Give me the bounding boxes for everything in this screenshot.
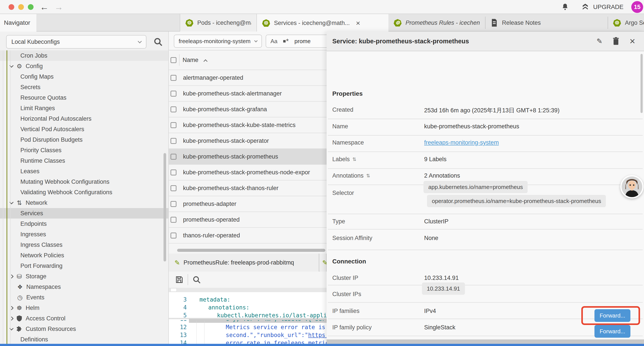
sidebar-item-horizontal-pod-autoscalers[interactable]: Horizontal Pod Autoscalers xyxy=(0,113,168,124)
table-row-selected[interactable]: kube-prometheus-stack-prometheus xyxy=(169,149,326,165)
drawer-scrollbar[interactable] xyxy=(640,54,643,113)
sidebar-item-services[interactable]: Services xyxy=(0,208,168,219)
row-checkbox[interactable] xyxy=(170,169,176,175)
row-checkbox[interactable] xyxy=(170,106,176,112)
user-avatar[interactable] xyxy=(620,175,644,198)
table-row[interactable]: kube-prometheus-stack-grafana xyxy=(169,102,326,117)
row-checkbox[interactable] xyxy=(170,201,176,207)
sidebar-item-port-forwarding[interactable]: Port Forwarding xyxy=(0,261,168,271)
close-tab-icon[interactable]: × xyxy=(356,20,360,26)
match-case-toggle[interactable]: Aa xyxy=(270,38,278,45)
sidebar-group-storage[interactable]: ⛁ Storage xyxy=(0,271,168,282)
editor-tab-next[interactable]: ✎ xyxy=(320,254,326,272)
sidebar-item-limit-ranges[interactable]: Limit Ranges xyxy=(0,103,168,113)
close-drawer-icon[interactable]: × xyxy=(630,37,635,45)
sidebar-item-cron-jobs[interactable]: Cron Jobs xyxy=(0,50,168,61)
navigator-panel-tab[interactable]: Navigator xyxy=(0,14,36,31)
row-checkbox[interactable] xyxy=(170,138,176,144)
delete-trash-icon[interactable] xyxy=(612,37,620,45)
code-link[interactable]: https://net xyxy=(308,332,326,338)
notification-count-badge[interactable]: 15 xyxy=(631,1,643,13)
ip-families-value: IPv4 xyxy=(424,308,436,315)
upgrade-button[interactable]: UPGRADE xyxy=(580,3,624,11)
tab-prometheus-rules[interactable]: ☸ Prometheus Rules - icecheng... xyxy=(388,14,485,31)
back-icon[interactable]: ← xyxy=(40,2,49,12)
sidebar-item-secrets[interactable]: Secrets xyxy=(0,82,168,92)
editor-search-icon[interactable] xyxy=(192,275,201,284)
sidebar-item-events[interactable]: ◷ Events xyxy=(0,292,168,303)
kubeconfig-selector[interactable]: Local Kubeconfigs xyxy=(6,35,146,49)
save-icon[interactable] xyxy=(175,275,184,284)
search-query-text: prome xyxy=(294,38,310,45)
sidebar-scrollbar[interactable] xyxy=(164,153,166,262)
sidebar-item-leases[interactable]: Leases xyxy=(0,166,168,177)
forward-icon[interactable]: → xyxy=(54,2,63,12)
row-checkbox[interactable] xyxy=(170,75,176,81)
maximize-traffic-light[interactable] xyxy=(28,4,34,10)
table-row[interactable]: prometheus-operated xyxy=(169,212,326,228)
row-checkbox[interactable] xyxy=(170,122,176,128)
row-checkbox[interactable] xyxy=(170,185,176,191)
table-row[interactable]: kube-prometheus-stack-operator xyxy=(169,133,326,149)
forward-port-8080-button[interactable]: Forward... xyxy=(594,325,630,338)
row-checkbox[interactable] xyxy=(170,217,176,223)
notifications-bell-icon[interactable] xyxy=(561,3,570,11)
sidebar-item-network-policies[interactable]: Network Policies xyxy=(0,250,168,261)
table-row[interactable]: alertmanager-operated xyxy=(169,70,326,86)
sort-ascending-icon[interactable] xyxy=(204,59,207,63)
name-column-header[interactable]: Name xyxy=(182,57,198,63)
row-checkbox[interactable] xyxy=(170,154,176,160)
tab-services[interactable]: ☸ Services - icecheng@math... × xyxy=(257,14,388,32)
sidebar-item-priority-classes[interactable]: Priority Classes xyxy=(0,145,168,155)
annotations-label[interactable]: Annotations ⇅ xyxy=(332,172,370,179)
table-row[interactable]: kube-prometheus-stack-alertmanager xyxy=(169,86,326,102)
select-all-checkbox[interactable] xyxy=(170,57,176,63)
table-row[interactable]: kube-prometheus-stack-thanos-ruler xyxy=(169,180,326,196)
sidebar-group-network[interactable]: ⇅ Network xyxy=(0,198,168,208)
sidebar-item-label: Custom Resources xyxy=(26,326,76,333)
sidebar-item-endpoints[interactable]: Endpoints xyxy=(0,219,168,229)
table-row[interactable]: prometheus-adapter xyxy=(169,196,326,212)
sidebar-item-namespaces[interactable]: ❖ Namespaces xyxy=(0,282,168,292)
table-row[interactable]: thanos-ruler-operated xyxy=(169,228,326,244)
sidebar-group-custom-resources[interactable]: Custom Resources xyxy=(0,324,168,334)
expand-collapse-icon[interactable]: ⇅ xyxy=(366,173,370,178)
edit-resource-icon[interactable]: ✎ xyxy=(596,37,602,45)
horizontal-scrollbar[interactable] xyxy=(177,249,325,252)
sidebar-group-access-control[interactable]: Access Control xyxy=(0,313,168,324)
code-text: kubectl.kubernetes.io/last-applied-co xyxy=(217,312,326,319)
sidebar-item-runtime-classes[interactable]: Runtime Classes xyxy=(0,155,168,166)
sidebar-item-validating-webhook-configurations[interactable]: Validating Webhook Configurations xyxy=(0,187,168,198)
namespace-filter-dropdown[interactable]: freeleaps-monitoring-system xyxy=(174,34,262,48)
namespace-link[interactable]: freeleaps-monitoring-system xyxy=(424,139,499,146)
row-checkbox[interactable] xyxy=(170,91,176,97)
drawer-header: Service: kube-prometheus-stack-prometheu… xyxy=(326,31,644,51)
yaml-editor[interactable]: 3metadata: 4annotations: 5kubectl.kubern… xyxy=(169,292,326,344)
expand-collapse-icon[interactable]: ⇅ xyxy=(352,157,356,162)
tab-pods[interactable]: ☸ Pods - icecheng@mathmas... xyxy=(180,14,257,31)
sidebar-item-definitions[interactable]: Definitions xyxy=(0,334,168,345)
namespaces-layers-icon: ❖ xyxy=(16,283,24,291)
kubernetes-icon: ☸ xyxy=(613,19,621,26)
sidebar-item-pod-disruption-budgets[interactable]: Pod Disruption Budgets xyxy=(0,134,168,145)
labels-label[interactable]: Labels ⇅ xyxy=(332,156,356,163)
regex-toggle-icon[interactable]: * xyxy=(283,39,289,43)
sidebar-item-resource-quotas[interactable]: Resource Quotas xyxy=(0,92,168,103)
tab-release-notes[interactable]: Release Notes xyxy=(485,14,608,31)
sidebar-group-helm[interactable]: ☸ Helm xyxy=(0,303,168,313)
sidebar-item-vertical-pod-autoscalers[interactable]: Vertical Pod Autoscalers xyxy=(0,124,168,134)
table-row[interactable]: kube-prometheus-stack-kube-state-metrics xyxy=(169,117,326,133)
search-icon[interactable] xyxy=(153,37,163,47)
sidebar-item-ingress-classes[interactable]: Ingress Classes xyxy=(0,240,168,250)
code-text: metadata: xyxy=(200,296,230,303)
table-row[interactable]: kube-prometheus-stack-prometheus-node-ex… xyxy=(169,165,326,180)
tab-argo[interactable]: ☸ Argo Se xyxy=(608,14,644,31)
sidebar-group-config[interactable]: ⚙ Config xyxy=(0,61,168,71)
sidebar-item-config-maps[interactable]: Config Maps xyxy=(0,71,168,82)
close-traffic-light[interactable] xyxy=(8,4,14,10)
sidebar-item-mutating-webhook-configurations[interactable]: Mutating Webhook Configurations xyxy=(0,177,168,187)
row-checkbox[interactable] xyxy=(170,233,176,239)
minimize-traffic-light[interactable] xyxy=(18,4,24,10)
editor-tab-prometheusrule[interactable]: ✎ PrometheusRule: freeleaps-prod-rabbitm… xyxy=(169,254,319,272)
sidebar-item-ingresses[interactable]: Ingresses xyxy=(0,229,168,240)
